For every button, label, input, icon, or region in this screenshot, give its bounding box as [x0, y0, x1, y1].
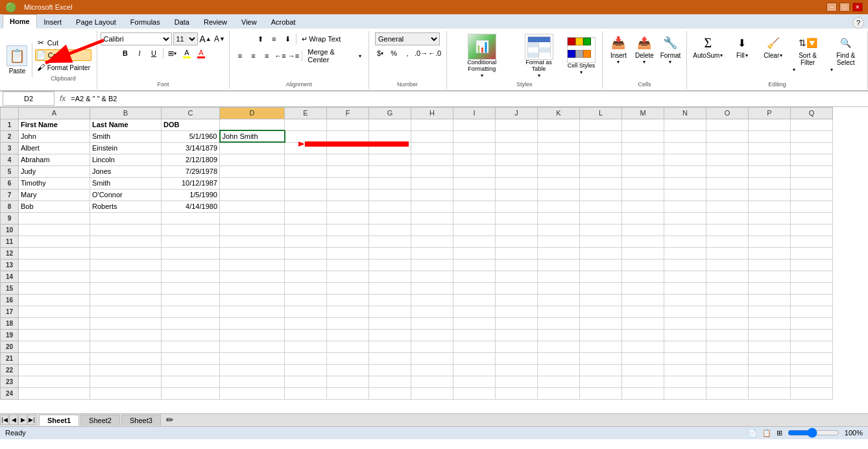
cell[interactable] [749, 142, 791, 154]
cell[interactable] [285, 387, 327, 399]
cell[interactable] [538, 271, 580, 282]
cell[interactable]: Jones [90, 165, 162, 177]
cell[interactable] [411, 364, 453, 376]
cell[interactable] [706, 317, 749, 329]
cell[interactable] [664, 376, 706, 387]
cell[interactable] [538, 177, 580, 189]
cell[interactable] [285, 165, 327, 177]
cell[interactable] [664, 189, 706, 200]
cell[interactable] [90, 247, 162, 259]
cell[interactable] [220, 200, 285, 212]
cell[interactable] [706, 376, 749, 387]
number-format-select[interactable]: General [375, 32, 440, 45]
cell[interactable] [749, 352, 791, 364]
maximize-button[interactable]: □ [839, 3, 850, 12]
col-header-A[interactable]: A [19, 107, 90, 119]
cell[interactable] [411, 341, 453, 352]
cell[interactable] [411, 165, 453, 177]
cell[interactable] [162, 294, 220, 306]
cell[interactable] [538, 189, 580, 200]
cell[interactable] [285, 247, 327, 259]
col-header-L[interactable]: L [580, 107, 622, 119]
cell[interactable] [538, 294, 580, 306]
cell[interactable] [706, 154, 749, 165]
decimal-increase-button[interactable]: .0→ [415, 47, 428, 60]
cell[interactable] [538, 364, 580, 376]
cell[interactable] [369, 341, 411, 352]
cell[interactable]: Timothy [19, 177, 90, 189]
cell[interactable] [749, 177, 791, 189]
border-button[interactable]: ⊞▾ [166, 47, 179, 60]
cell[interactable] [327, 247, 369, 259]
cell[interactable] [538, 376, 580, 387]
cell[interactable] [496, 212, 538, 224]
cell[interactable] [664, 224, 706, 236]
cell[interactable] [19, 376, 90, 387]
cell[interactable] [453, 119, 496, 130]
cell[interactable] [411, 236, 453, 247]
cell[interactable] [285, 212, 327, 224]
cell[interactable] [327, 376, 369, 387]
cell[interactable] [19, 329, 90, 341]
cell[interactable] [369, 165, 411, 177]
cell[interactable] [664, 271, 706, 282]
cell[interactable] [538, 329, 580, 341]
cell[interactable]: 4/14/1980 [162, 200, 220, 212]
cell[interactable] [706, 352, 749, 364]
cell[interactable] [220, 387, 285, 399]
indent-decrease-button[interactable]: ←≡ [274, 49, 287, 62]
cell[interactable] [622, 329, 664, 341]
cell[interactable] [749, 224, 791, 236]
cell[interactable] [327, 352, 369, 364]
cell[interactable] [749, 306, 791, 317]
cell[interactable] [19, 224, 90, 236]
cell[interactable] [220, 376, 285, 387]
cell[interactable] [285, 306, 327, 317]
cell[interactable] [791, 329, 833, 341]
cell[interactable] [453, 387, 496, 399]
cell[interactable] [496, 236, 538, 247]
cell[interactable] [580, 376, 622, 387]
conditional-formatting-button[interactable]: 📊 Conditional Formatting ▾ [451, 32, 513, 80]
cell[interactable] [453, 376, 496, 387]
cell[interactable] [453, 306, 496, 317]
cell[interactable] [327, 306, 369, 317]
cell[interactable] [162, 282, 220, 294]
cell[interactable] [369, 329, 411, 341]
cell[interactable] [369, 376, 411, 387]
cell[interactable] [285, 352, 327, 364]
cell[interactable] [19, 282, 90, 294]
cell[interactable] [369, 317, 411, 329]
cell[interactable] [19, 352, 90, 364]
cell-styles-button[interactable]: Cell Styles ▾ [564, 36, 598, 77]
cell[interactable] [19, 364, 90, 376]
page-layout-view-button[interactable]: 📋 [762, 429, 771, 437]
tab-view[interactable]: View [234, 14, 264, 29]
align-middle-button[interactable]: ≡ [267, 32, 280, 45]
cell[interactable] [411, 329, 453, 341]
cell[interactable] [90, 341, 162, 352]
insert-button[interactable]: 📥 Insert ▾ [607, 32, 630, 66]
cell[interactable] [90, 376, 162, 387]
cell[interactable] [90, 236, 162, 247]
col-header-K[interactable]: K [538, 107, 580, 119]
cell[interactable]: Einstein [90, 142, 162, 154]
cell[interactable]: Lincoln [90, 154, 162, 165]
cell[interactable]: Last Name [90, 119, 162, 130]
cell[interactable] [162, 306, 220, 317]
cell[interactable] [369, 271, 411, 282]
cell[interactable] [369, 364, 411, 376]
cell[interactable] [664, 341, 706, 352]
percent-button[interactable]: % [387, 47, 400, 60]
cell[interactable] [453, 142, 496, 154]
cell[interactable] [580, 352, 622, 364]
cell[interactable] [411, 177, 453, 189]
cell[interactable] [327, 119, 369, 130]
cell[interactable] [220, 189, 285, 200]
cell[interactable] [791, 119, 833, 130]
cell[interactable] [538, 317, 580, 329]
cell[interactable] [580, 329, 622, 341]
sheet-nav-first-button[interactable]: |◀ [0, 415, 9, 425]
cell[interactable] [749, 130, 791, 142]
cell[interactable] [162, 376, 220, 387]
